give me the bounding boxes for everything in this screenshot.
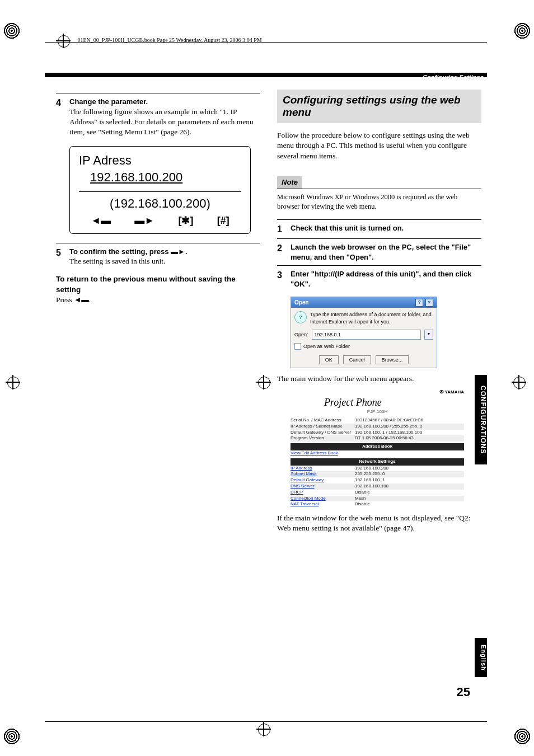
- chapter-bar: [45, 73, 487, 77]
- left-column: 4 Change the parameter. The following fi…: [56, 90, 260, 534]
- step-number: 5: [56, 247, 69, 267]
- address-book-link[interactable]: View/Edit Address Book: [291, 450, 338, 456]
- open-dialog: Open ? × ? Type the Internet address of …: [291, 297, 437, 368]
- step-title: Check that this unit is turned on.: [291, 223, 481, 236]
- help-icon[interactable]: ?: [415, 299, 423, 307]
- ip-address-link[interactable]: IP Address: [291, 466, 312, 471]
- step-text: The setting is saved in this unit.: [69, 256, 260, 266]
- sub-text: Press ◄▬.: [56, 295, 260, 305]
- lcd-line3: (192.168.100.200): [79, 195, 241, 212]
- lcd-line2: 192.168.100.200: [79, 169, 241, 186]
- register-mark: [3, 728, 20, 745]
- lcd-line1: IP Adress: [79, 152, 241, 169]
- default-gateway-link[interactable]: Default Gateway: [291, 477, 324, 482]
- dialog-titlebar: Open ? ×: [291, 297, 437, 308]
- cancel-button[interactable]: Cancel: [343, 355, 371, 364]
- table-row: IP Address / Subnet Mask: [291, 424, 355, 430]
- table-row: Default Gateway / DNS Server: [291, 430, 355, 436]
- info-table: Serial No. / MAC Address1031234567 / 00:…: [291, 417, 464, 442]
- close-icon[interactable]: ×: [425, 299, 433, 307]
- step-title: To confirm the setting, press ▬►.: [69, 247, 260, 257]
- step-number: 1: [277, 223, 291, 236]
- star-key-icon: [✱]: [178, 214, 193, 227]
- step-2: 2 Launch the web browser on the PC, sele…: [277, 242, 481, 262]
- table-row: Program Version: [291, 435, 355, 442]
- open-label: Open:: [294, 331, 308, 338]
- page: 01EN_00_PJP-100H_UCGB.book Page 25 Wedne…: [45, 22, 487, 733]
- note-label: Note: [277, 176, 302, 189]
- running-header: 01EN_00_PJP-100H_UCGB.book Page 25 Wedne…: [56, 34, 262, 48]
- table-row: Serial No. / MAC Address: [291, 417, 355, 424]
- step-title: Launch the web browser on the PC, select…: [291, 242, 481, 262]
- step-number: 2: [277, 242, 291, 262]
- subheading: To return to the previous menu without s…: [56, 274, 260, 294]
- checkbox-label: Open as Web Folder: [303, 343, 350, 350]
- model-label: PJP-100H: [291, 409, 464, 415]
- step-5: 5 To confirm the setting, press ▬►. The …: [56, 247, 260, 267]
- step-number: 4: [56, 97, 69, 137]
- connection-mode-link[interactable]: Connection Mode: [291, 496, 326, 501]
- ok-button[interactable]: OK: [319, 355, 339, 364]
- brand-label: ⦿ YAMAHA: [439, 389, 464, 396]
- web-folder-checkbox[interactable]: [294, 343, 301, 350]
- after-webmenu-text: If the main window for the web menu is n…: [277, 513, 481, 533]
- side-tab-english: English: [475, 638, 487, 677]
- page-number: 25: [457, 685, 470, 699]
- step-title: Enter "http://(IP address of this unit)"…: [291, 269, 481, 289]
- network-settings-bar: Network Settings: [291, 458, 464, 466]
- register-mark: [514, 728, 531, 745]
- step-number: 3: [277, 269, 291, 289]
- step-title: Change the parameter.: [69, 97, 260, 107]
- dns-server-link[interactable]: DNS Server: [291, 483, 315, 489]
- note-text: Microsoft Windows XP or Windows 2000 is …: [277, 189, 481, 212]
- top-rule: [45, 42, 487, 43]
- enter-icon: ▬►: [171, 247, 185, 256]
- step-3: 3 Enter "http://(IP address of this unit…: [277, 269, 481, 289]
- register-mark: [514, 22, 531, 39]
- intro-text: Follow the procedure below to configure …: [277, 130, 481, 161]
- right-arrow-icon: ▬►: [134, 214, 154, 227]
- back-icon: ◄▬: [74, 295, 89, 304]
- side-tab-configurations: CONFIGURATIONS: [475, 375, 487, 464]
- bottom-rule: [45, 721, 487, 722]
- step-text: The following figure shows an example in…: [69, 107, 260, 138]
- register-mark: [3, 22, 20, 39]
- dialog-title: Open: [294, 299, 309, 307]
- chapter-title: Configuring Settings: [423, 74, 484, 81]
- lcd-display: IP Adress 192.168.100.200 (192.168.100.2…: [69, 146, 251, 233]
- crop-mark: [6, 375, 20, 389]
- hash-key-icon: [#]: [217, 214, 229, 227]
- crop-mark: [256, 722, 271, 736]
- section-heading: Configuring settings using the web menu: [277, 90, 481, 123]
- web-menu-screenshot: ⦿ YAMAHA Project Phone PJP-100H Serial N…: [291, 389, 464, 508]
- subnet-mask-link[interactable]: Subnet Mask: [291, 471, 317, 476]
- question-icon: ?: [294, 311, 307, 323]
- product-logo: Project Phone: [324, 396, 464, 409]
- crop-mark: [512, 375, 526, 389]
- step-4: 4 Change the parameter. The following fi…: [56, 97, 260, 137]
- dialog-message: Type the Internet address of a document …: [310, 311, 433, 325]
- url-input[interactable]: 192.168.0.1: [312, 330, 421, 340]
- left-arrow-icon: ◄▬: [91, 214, 111, 227]
- address-book-bar: Address Book: [291, 443, 464, 450]
- nat-traversal-link[interactable]: NAT Traversal: [291, 501, 318, 506]
- dropdown-icon[interactable]: ▾: [424, 330, 433, 340]
- after-dialog-text: The main window for the web menu appears…: [277, 374, 481, 384]
- step-1: 1 Check that this unit is turned on.: [277, 223, 481, 236]
- browse-button[interactable]: Browse...: [376, 355, 409, 364]
- right-column: Configuring settings using the web menu …: [277, 90, 481, 534]
- dhcp-link[interactable]: DHCP: [291, 490, 303, 495]
